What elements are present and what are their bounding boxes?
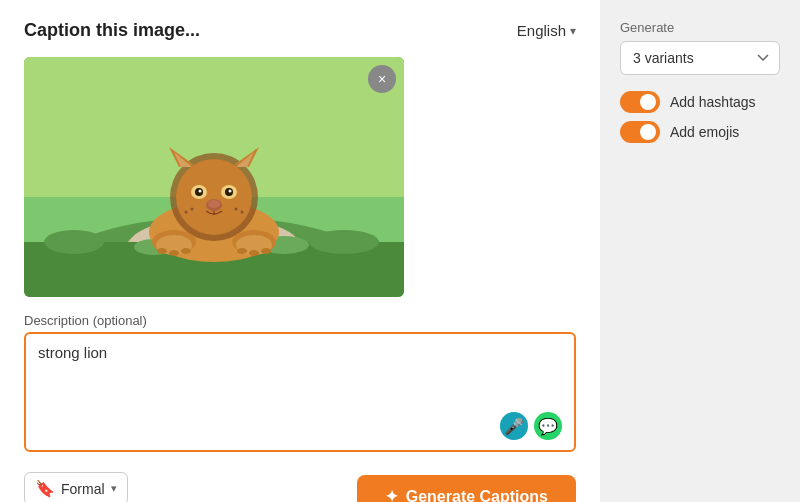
page-title: Caption this image... — [24, 20, 200, 41]
variants-select[interactable]: 1 variant 2 variants 3 variants 4 varian… — [620, 41, 780, 75]
svg-point-29 — [241, 211, 244, 214]
formal-icon: 🔖 — [35, 479, 55, 498]
description-input-wrapper: strong lion 🎤 💬 — [24, 332, 576, 452]
svg-point-23 — [229, 190, 232, 193]
emojis-toggle[interactable] — [620, 121, 660, 143]
language-label: English — [517, 22, 566, 39]
textarea-icon-row: 🎤 💬 — [38, 412, 562, 440]
svg-point-6 — [44, 230, 104, 254]
svg-point-13 — [176, 159, 252, 235]
tone-chevron-icon: ▾ — [111, 482, 117, 495]
sidebar: Generate 1 variant 2 variants 3 variants… — [600, 0, 800, 502]
description-textarea[interactable]: strong lion — [38, 344, 562, 404]
mic-icon[interactable]: 🎤 — [500, 412, 528, 440]
hashtags-toggle-row: Add hashtags — [620, 91, 780, 113]
generate-label: Generate — [620, 20, 780, 35]
language-chevron-icon: ▾ — [570, 24, 576, 38]
svg-point-22 — [199, 190, 202, 193]
hashtags-slider — [620, 91, 660, 113]
whatsapp-icon[interactable]: 💬 — [534, 412, 562, 440]
svg-point-38 — [249, 250, 259, 256]
svg-point-26 — [191, 208, 194, 211]
image-container: × — [24, 57, 404, 297]
hashtags-label: Add hashtags — [670, 94, 756, 110]
svg-point-7 — [309, 230, 379, 254]
emojis-slider — [620, 121, 660, 143]
image-preview — [24, 57, 404, 297]
sparkle-icon: ✦ — [385, 487, 398, 502]
generate-section: Generate 1 variant 2 variants 3 variants… — [620, 20, 780, 75]
language-selector[interactable]: English ▾ — [517, 22, 576, 39]
close-icon: × — [378, 71, 386, 87]
svg-point-36 — [181, 248, 191, 254]
svg-point-28 — [235, 208, 238, 211]
main-panel: Caption this image... English ▾ — [0, 0, 600, 502]
description-label: Description (optional) — [24, 313, 576, 328]
tone-selector-button[interactable]: 🔖 Formal ▾ — [24, 472, 128, 502]
description-section: Description (optional) strong lion 🎤 💬 — [24, 313, 576, 452]
hashtags-toggle[interactable] — [620, 91, 660, 113]
svg-point-34 — [157, 248, 167, 254]
bottom-action-row: 🔖 Formal ▾ Writing tone ✦ Generate Capti… — [24, 472, 576, 502]
header: Caption this image... English ▾ — [24, 20, 576, 41]
svg-point-27 — [185, 211, 188, 214]
lion-image — [24, 57, 404, 297]
svg-point-35 — [169, 250, 179, 256]
close-image-button[interactable]: × — [368, 65, 396, 93]
svg-point-39 — [261, 248, 271, 254]
generate-button-label: Generate Captions — [406, 488, 548, 503]
emojis-toggle-row: Add emojis — [620, 121, 780, 143]
tone-area: 🔖 Formal ▾ Writing tone — [24, 472, 128, 502]
emojis-label: Add emojis — [670, 124, 739, 140]
svg-point-37 — [237, 248, 247, 254]
tone-label: Formal — [61, 481, 105, 497]
generate-captions-button[interactable]: ✦ Generate Captions — [357, 475, 576, 502]
svg-point-25 — [208, 200, 220, 208]
options-section: Add hashtags Add emojis — [620, 91, 780, 151]
